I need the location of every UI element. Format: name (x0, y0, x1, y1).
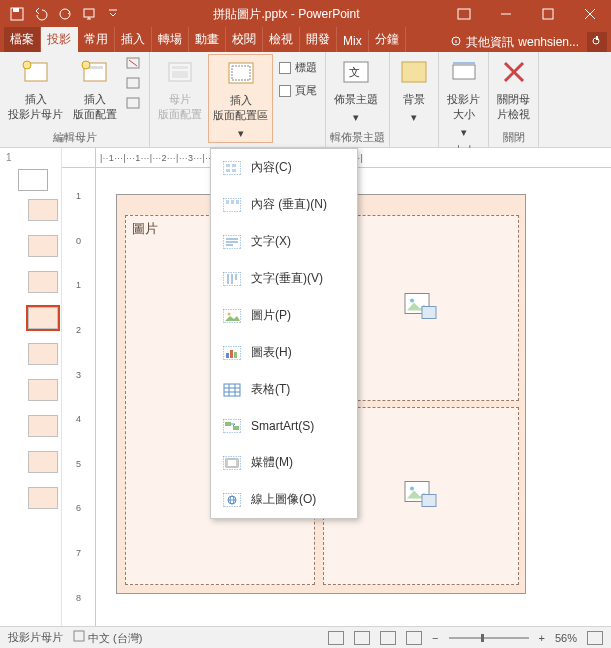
redo-icon[interactable] (54, 3, 76, 25)
menu-smartart[interactable]: SmartArt(S) (211, 408, 357, 444)
slideshow-view-icon[interactable] (406, 631, 422, 645)
thumb-layout[interactable] (28, 199, 58, 221)
svg-rect-1 (13, 8, 19, 12)
svg-rect-23 (172, 66, 188, 69)
online-image-icon (223, 492, 241, 508)
group-label-close: 關閉 (493, 128, 534, 147)
maximize-icon[interactable] (527, 0, 569, 28)
svg-rect-61 (230, 350, 233, 358)
preserve-icon[interactable] (125, 96, 143, 114)
tab-developer[interactable]: 開發 (300, 27, 337, 52)
svg-rect-4 (458, 9, 470, 19)
ribbon-display-icon[interactable] (443, 0, 485, 28)
status-view-label: 投影片母片 (8, 630, 63, 645)
background-button[interactable]: 背景 ▾ (394, 54, 434, 126)
zoom-in-button[interactable]: + (539, 632, 545, 644)
thumb-layout-selected[interactable] (28, 307, 58, 329)
tab-extra[interactable]: 分鐘 (369, 27, 406, 52)
menu-media[interactable]: 媒體(M) (211, 444, 357, 481)
picture-placeholder-icon[interactable] (404, 293, 438, 324)
chevron-down-icon: ▾ (411, 111, 417, 124)
tab-file[interactable]: 檔案 (4, 27, 41, 52)
search-icon[interactable] (587, 32, 607, 52)
tab-mix[interactable]: Mix (337, 30, 369, 52)
svg-rect-46 (226, 200, 229, 204)
menu-picture[interactable]: 圖片(P) (211, 297, 357, 334)
save-icon[interactable] (6, 3, 28, 25)
user-label[interactable]: wenhsien... (518, 35, 579, 49)
ruler-corner (62, 148, 96, 168)
thumb-layout[interactable] (28, 235, 58, 257)
qat-customize-icon[interactable] (102, 3, 124, 25)
menu-content-vertical[interactable]: 內容 (垂直)(N) (211, 186, 357, 223)
thumb-layout[interactable] (28, 379, 58, 401)
zoom-slider[interactable] (449, 637, 529, 639)
start-from-beginning-icon[interactable] (78, 3, 100, 25)
menu-text-vertical[interactable]: 文字(垂直)(V) (211, 260, 357, 297)
tab-review[interactable]: 校閱 (226, 27, 263, 52)
thumb-layout[interactable] (28, 415, 58, 437)
menu-text[interactable]: 文字(X) (211, 223, 357, 260)
insert-layout-button[interactable]: 插入 版面配置 (69, 54, 121, 124)
thumb-layout[interactable] (28, 343, 58, 365)
chart-icon (223, 345, 241, 361)
svg-rect-30 (453, 65, 475, 79)
chevron-down-icon: ▾ (461, 126, 467, 139)
insert-placeholder-menu: 內容(C) 內容 (垂直)(N) 文字(X) 文字(垂直)(V) 圖片(P) 圖… (210, 148, 358, 519)
svg-rect-3 (84, 9, 94, 17)
svg-rect-73 (226, 459, 228, 467)
delete-icon[interactable] (125, 56, 143, 74)
tab-insert[interactable]: 插入 (115, 27, 152, 52)
svg-rect-12 (596, 36, 598, 40)
chevron-down-icon: ▾ (238, 127, 244, 140)
menu-table[interactable]: 表格(T) (211, 371, 357, 408)
text-vertical-icon (223, 271, 241, 287)
menu-online-image[interactable]: 線上圖像(O) (211, 481, 357, 518)
tab-animations[interactable]: 動畫 (189, 27, 226, 52)
undo-icon[interactable] (30, 3, 52, 25)
master-number: 1 (0, 148, 61, 167)
svg-rect-47 (231, 200, 234, 204)
tab-home[interactable]: 常用 (78, 27, 115, 52)
normal-view-icon[interactable] (328, 631, 344, 645)
svg-point-38 (410, 487, 414, 491)
svg-rect-21 (127, 98, 139, 108)
picture-placeholder-icon[interactable] (404, 481, 438, 512)
thumb-master[interactable] (18, 169, 48, 191)
tab-view[interactable]: 檢視 (263, 27, 300, 52)
zoom-out-button[interactable]: − (432, 632, 438, 644)
svg-rect-62 (234, 352, 237, 358)
svg-rect-39 (422, 495, 436, 507)
thumb-layout[interactable] (28, 271, 58, 293)
sorter-view-icon[interactable] (354, 631, 370, 645)
master-layout-icon (164, 56, 196, 88)
title-checkbox[interactable]: 標題 (275, 58, 321, 77)
tell-me-label[interactable]: 其他資訊 (466, 34, 514, 51)
reading-view-icon[interactable] (380, 631, 396, 645)
svg-rect-44 (232, 169, 236, 172)
language-indicator[interactable]: 中文 (台灣) (73, 630, 142, 646)
thumb-layout[interactable] (28, 487, 58, 509)
zoom-level[interactable]: 56% (555, 632, 577, 644)
thumbnail-panel[interactable]: 1 (0, 148, 62, 626)
group-label-edit-master: 編輯母片 (4, 128, 145, 147)
insert-placeholder-button[interactable]: 插入 版面配置區 ▾ (208, 54, 273, 143)
tab-slide-master[interactable]: 投影 (41, 27, 78, 52)
menu-content[interactable]: 內容(C) (211, 149, 357, 186)
rename-icon[interactable] (125, 76, 143, 94)
footer-checkbox[interactable]: 頁尾 (275, 81, 321, 100)
slide-size-button[interactable]: 投影片 大小 ▾ (443, 54, 484, 141)
fit-to-window-icon[interactable] (587, 631, 603, 645)
menu-chart[interactable]: 圖表(H) (211, 334, 357, 371)
svg-rect-36 (422, 307, 436, 319)
insert-slide-master-button[interactable]: 插入 投影片母片 (4, 54, 67, 124)
themes-button[interactable]: 文 佈景主題 ▾ (330, 54, 382, 126)
tell-me-icon[interactable] (450, 35, 462, 50)
close-master-button[interactable]: 關閉母 片檢視 (493, 54, 534, 124)
svg-point-14 (23, 61, 31, 69)
thumb-layout[interactable] (28, 451, 58, 473)
minimize-icon[interactable] (485, 0, 527, 28)
tab-transitions[interactable]: 轉場 (152, 27, 189, 52)
close-icon[interactable] (569, 0, 611, 28)
svg-line-19 (129, 60, 137, 66)
